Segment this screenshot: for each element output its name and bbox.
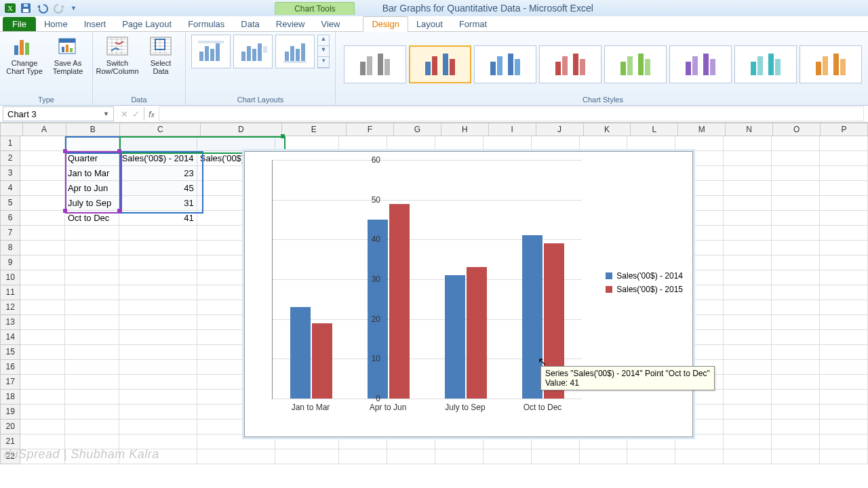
row-header-3[interactable]: 3: [0, 166, 20, 181]
tab-insert[interactable]: Insert: [76, 17, 115, 31]
cell-A7[interactable]: [20, 226, 65, 241]
bar-Sales-00-2015-2[interactable]: [467, 267, 487, 399]
cell-N12[interactable]: [724, 300, 772, 315]
cell-P8[interactable]: [820, 241, 868, 256]
cell-O9[interactable]: [772, 256, 820, 270]
cell-N18[interactable]: [724, 390, 772, 405]
cell-N22[interactable]: [724, 449, 772, 464]
cell-P13[interactable]: [820, 315, 868, 330]
cell-P12[interactable]: [820, 300, 868, 315]
cell-P15[interactable]: [820, 345, 868, 360]
cell-C12[interactable]: [119, 300, 197, 315]
cell-O13[interactable]: [772, 315, 820, 330]
col-header-E[interactable]: E: [282, 123, 347, 136]
row-header-8[interactable]: 8: [0, 241, 20, 256]
cell-A10[interactable]: [20, 270, 65, 285]
cell-P5[interactable]: [820, 196, 868, 211]
cell-B1[interactable]: [65, 136, 119, 151]
cell-C13[interactable]: [119, 315, 197, 330]
cell-B17[interactable]: [65, 375, 119, 390]
cell-N6[interactable]: [724, 211, 772, 226]
cell-I1[interactable]: [484, 136, 532, 151]
cell-A5[interactable]: [20, 196, 65, 211]
bar-Sales-00-2014-0[interactable]: [290, 307, 311, 399]
name-box-dropdown-icon[interactable]: ▼: [103, 110, 109, 117]
chart-legend[interactable]: Sales('00$) - 2014 Sales('00$) - 2015: [606, 267, 683, 298]
cell-A19[interactable]: [20, 405, 65, 420]
cell-K22[interactable]: [580, 449, 628, 464]
cell-P16[interactable]: [820, 360, 868, 375]
cell-C9[interactable]: [119, 256, 197, 270]
cell-C11[interactable]: [119, 285, 197, 300]
cell-N2[interactable]: [724, 151, 772, 166]
cell-C14[interactable]: [119, 330, 197, 345]
cell-C10[interactable]: [119, 270, 197, 285]
row-header-18[interactable]: 18: [0, 390, 20, 405]
row-header-17[interactable]: 17: [0, 375, 20, 390]
cell-N20[interactable]: [724, 420, 772, 434]
cell-P19[interactable]: [820, 405, 868, 420]
cell-C21[interactable]: [119, 434, 197, 449]
chart-style-6[interactable]: [669, 45, 732, 83]
col-header-N[interactable]: N: [726, 123, 773, 136]
cell-O21[interactable]: [772, 434, 820, 449]
cell-P11[interactable]: [820, 285, 868, 300]
col-header-M[interactable]: M: [678, 123, 726, 136]
cell-C4[interactable]: 45: [119, 181, 197, 196]
cell-P22[interactable]: [820, 449, 868, 464]
row-header-22[interactable]: 22: [0, 449, 20, 464]
cell-B12[interactable]: [65, 300, 119, 315]
cell-N3[interactable]: [724, 166, 772, 181]
cell-C8[interactable]: [119, 241, 197, 256]
cell-P18[interactable]: [820, 390, 868, 405]
cell-N5[interactable]: [724, 196, 772, 211]
cell-O14[interactable]: [772, 330, 820, 345]
chart-style-7[interactable]: [734, 45, 797, 83]
cell-P9[interactable]: [820, 256, 868, 270]
cell-A4[interactable]: [20, 181, 65, 196]
cell-N14[interactable]: [724, 330, 772, 345]
name-box[interactable]: Chart 3 ▼: [3, 106, 114, 121]
cell-N13[interactable]: [724, 315, 772, 330]
cell-B19[interactable]: [65, 405, 119, 420]
chart-style-1[interactable]: [344, 45, 406, 83]
col-header-K[interactable]: K: [584, 123, 631, 136]
cell-C1[interactable]: [119, 136, 197, 151]
col-header-P[interactable]: P: [821, 123, 868, 136]
chart-style-3[interactable]: [474, 45, 536, 83]
chart-layouts-scroller[interactable]: ▲▼▾: [317, 35, 330, 68]
cell-N10[interactable]: [724, 270, 772, 285]
tab-review[interactable]: Review: [268, 17, 313, 31]
cell-B16[interactable]: [65, 360, 119, 375]
cell-A18[interactable]: [20, 390, 65, 405]
cell-C6[interactable]: 41: [119, 211, 197, 226]
save-icon[interactable]: [20, 3, 31, 14]
save-as-template-button[interactable]: Save As Template: [49, 35, 87, 75]
cell-N15[interactable]: [724, 345, 772, 360]
cell-B5[interactable]: July to Sep: [65, 196, 119, 211]
chart-style-8[interactable]: [800, 45, 862, 83]
cell-P6[interactable]: [820, 211, 868, 226]
cell-N9[interactable]: [724, 256, 772, 270]
col-header-G[interactable]: G: [394, 123, 441, 136]
cell-B14[interactable]: [65, 330, 119, 345]
cell-N4[interactable]: [724, 181, 772, 196]
cell-B8[interactable]: [65, 241, 119, 256]
row-header-5[interactable]: 5: [0, 196, 20, 211]
bar-Sales-00-2014-2[interactable]: [445, 275, 465, 399]
cell-A20[interactable]: [20, 420, 65, 434]
tab-view[interactable]: View: [313, 17, 348, 31]
cell-B2[interactable]: Quarter: [65, 151, 119, 166]
cell-M22[interactable]: [675, 449, 724, 464]
cell-O6[interactable]: [772, 211, 820, 226]
change-chart-type-button[interactable]: Change Chart Type: [5, 35, 43, 75]
cell-C5[interactable]: 31: [119, 196, 197, 211]
tab-page-layout[interactable]: Page Layout: [114, 17, 180, 31]
cell-N19[interactable]: [724, 405, 772, 420]
cell-O19[interactable]: [772, 405, 820, 420]
col-header-H[interactable]: H: [441, 123, 489, 136]
cell-O15[interactable]: [772, 345, 820, 360]
cell-O11[interactable]: [772, 285, 820, 300]
cell-D1[interactable]: [197, 136, 275, 151]
tab-layout[interactable]: Layout: [408, 17, 451, 31]
